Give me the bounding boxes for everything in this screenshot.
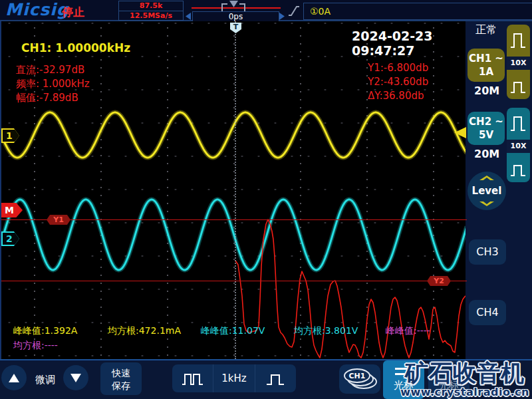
ch4-button[interactable]: CH4 (469, 300, 506, 325)
pulse-train-icon (180, 370, 205, 386)
acquisition-info-box[interactable]: 87.5k 12.5MSa/s (118, 1, 184, 21)
watermark-url: www.crystalradio.cn (398, 386, 532, 398)
math-rms-measurement: 均方根:---- (13, 340, 58, 352)
top-bar: Micsig 停止 87.5k 12.5MSa/s 0ps ①0A (0, 0, 532, 21)
ch2-rms-measurement: 均方根:3.801V (294, 325, 358, 337)
cursor-line-y2[interactable] (1, 281, 467, 281)
awg-pulse-train-button[interactable] (172, 364, 213, 392)
waveform-display: T Y1 Y2 1 M 2 CH1: 1.00000kHz 直流:-32.97d… (0, 21, 467, 359)
sample-depth: 87.5k (119, 1, 183, 11)
chevron-down-icon (479, 201, 494, 206)
channel-select-label: CH1 (344, 368, 370, 383)
right-sidebar: 正常 CH1 ~ 1A 20M 10X CH2 ~ 5V 20M 10X (466, 21, 532, 359)
quick-save-label-line2: 保存 (112, 380, 130, 391)
awg-frequency-button[interactable]: 1kHz (213, 364, 254, 392)
brand-logo: Micsig (5, 0, 69, 19)
math-vpp-measurement: 峰峰值:---- (386, 325, 430, 337)
trigger-source-box[interactable]: ①0A (303, 3, 532, 20)
trigger-position-line (235, 21, 236, 359)
ch1-pulse-bottom-icon (510, 78, 527, 94)
cursor-label-y2[interactable]: Y2 (427, 276, 451, 286)
timebase-window-line (192, 7, 281, 9)
hposition-right-arrow-icon[interactable] (279, 13, 285, 20)
trigger-slope-icon[interactable] (288, 4, 300, 17)
awg-frequency-label: 1kHz (221, 372, 246, 384)
hposition-left-arrow-icon[interactable] (186, 13, 191, 20)
level-button[interactable]: Level (467, 172, 506, 210)
ch2-scale-label: 5V (479, 129, 493, 141)
cursor-y1-readout: Y1:-6.800db (368, 62, 428, 74)
ch2-vpp-measurement: 峰峰值:11.07V (201, 325, 265, 337)
cursor-delta-readout: ΔY:36.80db (368, 90, 424, 102)
channel-select-button[interactable]: CH1 (339, 364, 380, 394)
sample-rate: 12.5MSa/s (119, 11, 183, 21)
single-pulse-icon (265, 370, 286, 386)
ch3-button[interactable]: CH3 (469, 239, 506, 265)
trigger-mode-label: 正常 (475, 23, 497, 37)
up-triangle-icon (9, 374, 19, 382)
watermark: 矿石收音机 www.crystalradio.cn (398, 361, 532, 398)
ch1-rms-measurement: 均方根:472.1mA (108, 325, 181, 337)
ch2-probe-button[interactable]: 10X (507, 108, 530, 182)
ch1-vpp-measurement: 峰峰值:1.392A (13, 325, 77, 337)
fft-dc-readout: 直流:-32.97dB (16, 64, 84, 76)
awg-segmented-control: 1kHz (172, 364, 296, 392)
timebase-position-marker-icon[interactable] (229, 1, 238, 7)
down-triangle-icon (70, 374, 81, 382)
ch2-probe-ratio: 10X (507, 140, 530, 153)
watermark-title: 矿石收音机 (398, 361, 532, 386)
run-state-label[interactable]: 停止 (62, 5, 84, 20)
ch1-pulse-top-icon (510, 31, 527, 49)
fine-adjust-down-button[interactable] (63, 365, 88, 390)
horizontal-position-box[interactable]: 0ps (192, 11, 279, 22)
cursor-y2-readout: Y2:-43.60db (368, 76, 428, 88)
ch1-scale-label: 1A (479, 66, 493, 78)
ch1-probe-button[interactable]: 10X (507, 25, 530, 99)
level-label: Level (467, 185, 506, 197)
fine-adjust-up-button[interactable] (1, 365, 27, 390)
ch1-button[interactable]: CH1 ~ 1A (467, 49, 505, 82)
ch1-button-label: CH1 ~ (469, 53, 503, 65)
ch2-button[interactable]: CH2 ~ 5V (467, 112, 505, 145)
datetime-display: 2024-02-23 09:47:27 (352, 29, 467, 58)
fft-frequency-readout: 频率: 1.000kHz (16, 78, 90, 90)
awg-single-pulse-button[interactable] (255, 364, 296, 392)
ch1-frequency-readout: CH1: 1.00000kHz (21, 41, 130, 55)
cursor-line-y1[interactable] (1, 219, 467, 220)
quick-save-label-line1: 快速 (112, 368, 130, 378)
ch1-bandwidth-label: 20M (474, 84, 499, 97)
cursor-label-y1[interactable]: Y1 (47, 215, 70, 225)
chevron-up-icon (479, 176, 494, 180)
fft-amplitude-readout: 幅值:-7.89dB (16, 92, 78, 104)
ch2-bandwidth-label: 20M (474, 148, 499, 160)
oscilloscope-screen: Micsig 停止 87.5k 12.5MSa/s 0ps ①0A T Y1 Y… (0, 0, 532, 399)
ch2-pulse-bottom-icon (510, 161, 527, 177)
ch2-pulse-top-icon (510, 114, 527, 132)
quick-save-button[interactable]: 快速 保存 (100, 362, 142, 395)
ch2-button-label: CH2 ~ (469, 116, 503, 128)
fine-adjust-label: 微调 (35, 374, 55, 386)
ch1-probe-ratio: 10X (507, 57, 530, 70)
